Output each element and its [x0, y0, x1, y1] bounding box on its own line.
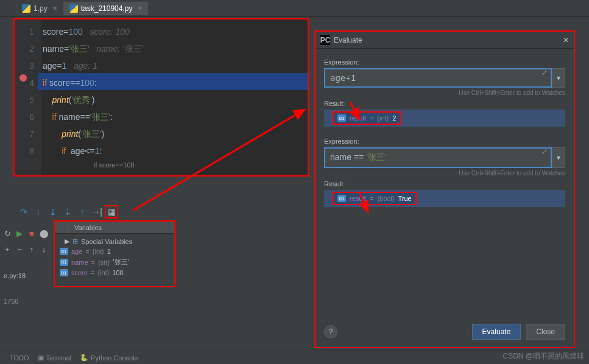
python-icon: 🐍: [80, 354, 88, 362]
editor: 12345678 score=100 score: 100 name='张三' …: [13, 18, 309, 177]
variables-panel: ⋮⋮ Variables ▶ ⊞ Special Variables 01age…: [54, 220, 175, 287]
result-row[interactable]: 01result = {int} 2: [333, 111, 401, 125]
view-breakpoints-icon[interactable]: ⬤: [39, 228, 49, 239]
bottom-toolbar: : TODO ▣Terminal 🐍Python Console: [0, 351, 589, 364]
dialog-title: Evaluate: [334, 36, 362, 44]
close-icon[interactable]: ×: [53, 4, 57, 13]
evaluate-expression-icon[interactable]: ▦: [105, 205, 118, 219]
variable-row[interactable]: 01age = {int} 1: [57, 247, 172, 256]
hint-text: Use Ctrl+Shift+Enter to add to Watches: [324, 89, 565, 96]
history-dropdown-icon[interactable]: ▾: [552, 147, 565, 168]
result-label: Result:: [324, 100, 565, 107]
evaluate-button[interactable]: Evaluate: [472, 324, 521, 340]
tab-label: task_210904.py: [81, 4, 133, 13]
down-icon[interactable]: ↓: [39, 243, 49, 254]
pycharm-icon: PC: [320, 35, 330, 45]
code-area[interactable]: score=100 score: 100 name='张三' name: '张三…: [41, 19, 308, 175]
special-variables[interactable]: ▶ ⊞ Special Variables: [57, 236, 172, 247]
current-frame[interactable]: e.py:18: [0, 270, 29, 281]
debug-toolbar: ↷ ↓ ⤓ ⇣ ↑ →| ▦: [13, 203, 122, 220]
terminal-icon: ▣: [38, 354, 44, 362]
tab-task[interactable]: task_210904.py ×: [63, 2, 149, 15]
hint-text: Use Ctrl+Shift+Enter to add to Watches: [324, 170, 565, 177]
close-icon[interactable]: ×: [138, 4, 142, 13]
step-into-icon[interactable]: ↓: [32, 205, 45, 219]
new-watch-icon[interactable]: +: [2, 243, 12, 254]
up-icon[interactable]: ↑: [27, 243, 37, 254]
evaluate-dialog: PC Evaluate ✕ Expression: age+1 ⤢ ▾ Use …: [314, 30, 575, 348]
close-icon[interactable]: ✕: [563, 36, 569, 44]
help-button[interactable]: ?: [324, 325, 337, 338]
step-over-icon[interactable]: ↷: [17, 205, 30, 219]
result-row[interactable]: 01result = {bool} True: [333, 192, 417, 205]
result-label: Result:: [324, 180, 565, 187]
frame-num: 1758: [0, 296, 22, 307]
expression-input[interactable]: name == '张三': [324, 147, 552, 168]
force-step-icon[interactable]: ⇣: [61, 205, 74, 219]
close-button[interactable]: Close: [526, 324, 565, 340]
tab-1py[interactable]: 1.py ×: [16, 2, 63, 15]
breakpoint-icon[interactable]: [19, 74, 27, 82]
variable-row[interactable]: 01score = {int} 100: [57, 268, 172, 278]
remove-watch-icon[interactable]: −: [15, 243, 24, 254]
todo-tool[interactable]: : TODO: [6, 354, 29, 362]
restart-icon[interactable]: ↻: [2, 228, 12, 239]
expand-icon[interactable]: ⤢: [538, 147, 551, 156]
variable-row[interactable]: 01name = {str} '张三': [57, 256, 172, 268]
history-dropdown-icon[interactable]: ▾: [552, 68, 565, 88]
watermark-text: CSDN @晒不黑的黑煤球: [503, 351, 584, 362]
dialog-titlebar[interactable]: PC Evaluate ✕: [316, 32, 574, 49]
step-out-icon[interactable]: ↑: [76, 205, 89, 219]
expand-icon[interactable]: ⤢: [538, 68, 551, 77]
grip-icon: ⋮⋮: [58, 223, 72, 231]
debug-left-controls: ↻ ▶ ■ ⬤ + − ↑ ↓: [0, 225, 51, 257]
terminal-tool[interactable]: ▣Terminal: [38, 354, 72, 362]
stop-icon[interactable]: ■: [27, 228, 37, 239]
tab-label: 1.py: [34, 4, 48, 13]
editor-tabs: 1.py × task_210904.py ×: [0, 0, 589, 17]
expression-label: Expression:: [324, 138, 565, 145]
expression-input[interactable]: age+1: [324, 68, 552, 88]
python-file-icon: [69, 4, 78, 13]
variables-header: ⋮⋮ Variables: [55, 222, 174, 234]
run-to-cursor-icon[interactable]: →|: [90, 205, 104, 219]
resume-icon[interactable]: ▶: [15, 228, 24, 239]
python-console-tool[interactable]: 🐍Python Console: [80, 354, 138, 362]
python-file-icon: [22, 4, 30, 13]
gutter: 12345678: [15, 19, 41, 175]
expression-label: Expression:: [324, 58, 565, 66]
step-into-my-icon[interactable]: ⤓: [46, 205, 60, 219]
